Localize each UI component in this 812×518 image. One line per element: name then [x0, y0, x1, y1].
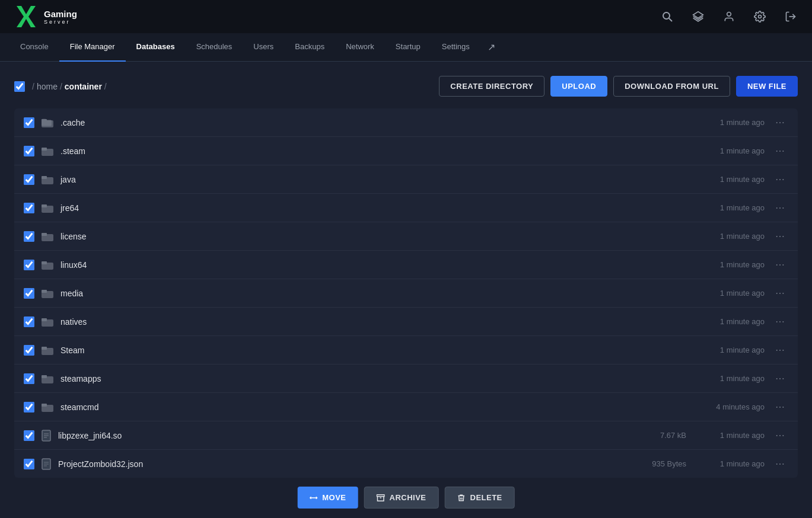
tab-network[interactable]: Network: [335, 33, 385, 62]
file-menu-button[interactable]: ⋯: [772, 229, 788, 243]
logo: Gaming Server: [12, 4, 77, 30]
file-menu-button[interactable]: ⋯: [772, 457, 788, 471]
file-name[interactable]: ProjectZomboid32.json: [58, 459, 632, 469]
layers-button[interactable]: [689, 7, 708, 26]
file-menu-button[interactable]: ⋯: [772, 258, 788, 271]
breadcrumb-current: container: [65, 82, 102, 91]
file-menu-button[interactable]: ⋯: [772, 201, 788, 215]
archive-button[interactable]: ARCHIVE: [364, 487, 438, 509]
file-name[interactable]: steamapps: [60, 374, 632, 383]
svg-rect-28: [42, 404, 47, 407]
file-checkbox[interactable]: [24, 459, 34, 469]
svg-rect-16: [42, 233, 47, 236]
svg-point-4: [727, 12, 731, 17]
svg-rect-26: [42, 375, 47, 378]
logout-button[interactable]: [781, 7, 800, 26]
tab-settings[interactable]: Settings: [431, 33, 480, 62]
file-menu-button[interactable]: ⋯: [772, 400, 788, 414]
logout-icon: [785, 11, 797, 23]
folder-icon: [42, 402, 53, 412]
svg-marker-0: [17, 6, 36, 27]
top-icons: [658, 7, 800, 26]
file-time: 1 minute ago: [693, 459, 765, 468]
file-name[interactable]: libpzexe_jni64.so: [58, 431, 632, 440]
tab-backups[interactable]: Backups: [284, 33, 335, 62]
file-menu-button[interactable]: ⋯: [772, 144, 788, 158]
file-checkbox[interactable]: [24, 231, 34, 242]
table-row: jre64 1 minute ago ⋯: [14, 194, 798, 222]
file-menu-button[interactable]: ⋯: [772, 429, 788, 442]
tab-schedules[interactable]: Schedules: [186, 33, 243, 62]
file-checkbox[interactable]: [24, 174, 34, 185]
file-time: 1 minute ago: [693, 289, 765, 298]
breadcrumb-row: / home / container / CREATE DIRECTORY UP…: [14, 76, 798, 97]
archive-label: ARCHIVE: [389, 493, 426, 502]
svg-rect-10: [42, 148, 47, 151]
logo-gaming: Gaming: [44, 9, 77, 19]
file-name[interactable]: jre64: [60, 203, 632, 213]
user-icon: [723, 11, 735, 23]
file-time: 4 minutes ago: [693, 402, 765, 411]
file-checkbox[interactable]: [24, 373, 34, 384]
folder-icon: [42, 232, 53, 241]
file-menu-button[interactable]: ⋯: [772, 172, 788, 186]
breadcrumb-home[interactable]: home: [37, 82, 58, 91]
delete-label: DELETE: [470, 493, 502, 502]
folder-icon: [42, 203, 53, 213]
search-button[interactable]: [658, 7, 677, 26]
file-time: 1 minute ago: [693, 317, 765, 326]
file-name[interactable]: .steam: [60, 146, 632, 156]
file-checkbox[interactable]: [24, 146, 34, 156]
svg-rect-18: [42, 261, 47, 264]
download-from-url-button[interactable]: DOWNLOAD FROM URL: [613, 76, 730, 97]
trash-icon: [457, 494, 466, 502]
file-name[interactable]: java: [60, 175, 632, 184]
file-menu-button[interactable]: ⋯: [772, 343, 788, 357]
file-name[interactable]: Steam: [60, 346, 632, 355]
file-checkbox[interactable]: [24, 316, 34, 327]
file-menu-button[interactable]: ⋯: [772, 372, 788, 385]
breadcrumb: / home / container /: [32, 82, 107, 91]
new-file-button[interactable]: NEW FILE: [736, 76, 798, 97]
select-all-checkbox[interactable]: [14, 81, 25, 92]
tab-users[interactable]: Users: [243, 33, 284, 62]
actions-bar: CREATE DIRECTORY UPLOAD DOWNLOAD FROM UR…: [439, 76, 798, 97]
file-name[interactable]: media: [60, 289, 632, 298]
archive-icon: [376, 494, 384, 502]
file-time: 1 minute ago: [693, 260, 765, 269]
tab-file-manager[interactable]: File Manager: [59, 33, 126, 62]
upload-button[interactable]: UPLOAD: [550, 76, 607, 97]
file-checkbox[interactable]: [24, 345, 34, 356]
external-link-icon[interactable]: ↗: [480, 33, 502, 61]
file-checkbox[interactable]: [24, 203, 34, 213]
file-menu-button[interactable]: ⋯: [772, 286, 788, 300]
move-button[interactable]: MOVE: [297, 487, 358, 509]
file-icon: [42, 430, 51, 442]
search-icon: [661, 11, 673, 23]
tab-startup[interactable]: Startup: [385, 33, 431, 62]
file-name[interactable]: license: [60, 232, 632, 241]
file-size: 7.67 kB: [639, 431, 686, 440]
table-row: natives 1 minute ago ⋯: [14, 308, 798, 336]
tab-databases[interactable]: Databases: [126, 33, 186, 62]
folder-icon: [42, 260, 53, 270]
file-time: 1 minute ago: [693, 431, 765, 440]
file-time: 1 minute ago: [693, 146, 765, 155]
file-name[interactable]: natives: [60, 317, 632, 327]
table-row: linux64 1 minute ago ⋯: [14, 251, 798, 279]
file-checkbox[interactable]: [24, 402, 34, 413]
file-checkbox[interactable]: [24, 288, 34, 299]
file-checkbox[interactable]: [24, 430, 34, 441]
file-checkbox[interactable]: [24, 260, 34, 270]
file-checkbox[interactable]: [24, 117, 34, 128]
file-menu-button[interactable]: ⋯: [772, 315, 788, 328]
file-menu-button[interactable]: ⋯: [772, 116, 788, 129]
file-name[interactable]: steamcmd: [60, 402, 632, 412]
file-name[interactable]: .cache: [60, 118, 632, 127]
delete-button[interactable]: DELETE: [445, 487, 515, 509]
file-name[interactable]: linux64: [60, 260, 632, 270]
create-directory-button[interactable]: CREATE DIRECTORY: [439, 76, 544, 97]
tab-console[interactable]: Console: [9, 33, 59, 62]
settings-button[interactable]: [750, 7, 769, 26]
user-button[interactable]: [719, 7, 738, 26]
